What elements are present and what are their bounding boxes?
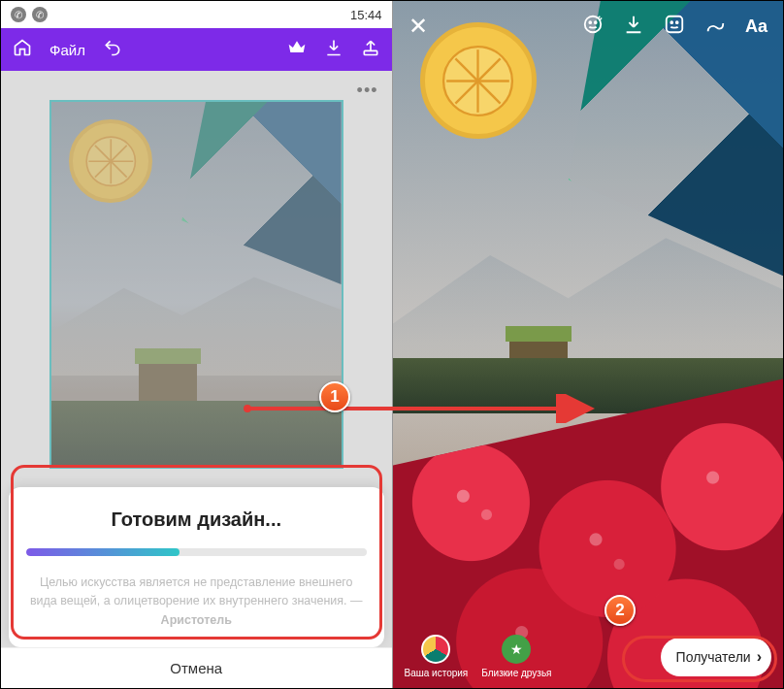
star-icon: ★ bbox=[502, 635, 531, 664]
recipients-button[interactable]: Получатели › bbox=[661, 638, 771, 676]
home-icon[interactable] bbox=[13, 38, 32, 62]
file-menu[interactable]: Файл bbox=[49, 42, 85, 58]
app-toolbar: Файл bbox=[1, 28, 392, 71]
your-story-button[interactable]: Ваша история bbox=[405, 635, 469, 678]
clock: 15:44 bbox=[350, 8, 382, 22]
crown-icon[interactable] bbox=[287, 38, 307, 62]
svg-point-11 bbox=[585, 16, 602, 32]
loading-quote: Целью искусства является не представлени… bbox=[26, 574, 367, 630]
sticker-icon[interactable] bbox=[664, 14, 685, 40]
export-progress-sheet: Готовим дизайн... Целью искусства являет… bbox=[9, 487, 384, 647]
svg-rect-14 bbox=[667, 16, 683, 32]
chevron-right-icon: › bbox=[757, 648, 762, 666]
your-story-avatar bbox=[421, 635, 450, 664]
status-bar: ✆ ✆ 15:44 bbox=[1, 1, 392, 28]
cancel-button[interactable]: Отмена bbox=[1, 647, 392, 688]
text-tool-icon[interactable]: Aa bbox=[745, 16, 768, 37]
download-icon[interactable] bbox=[324, 38, 343, 62]
instagram-story-editor: ✕ Aa Ваша история bbox=[393, 1, 784, 688]
draw-icon[interactable] bbox=[704, 14, 726, 40]
svg-point-12 bbox=[589, 21, 591, 23]
progress-fill bbox=[26, 548, 180, 556]
undo-icon[interactable] bbox=[103, 38, 122, 62]
face-filter-icon[interactable] bbox=[582, 14, 604, 40]
save-icon[interactable] bbox=[623, 14, 644, 40]
progress-bar bbox=[26, 548, 367, 556]
canvas-area: ••• Готовим дизайн... bbox=[1, 71, 392, 688]
canva-app-screen: ✆ ✆ 15:44 Файл bbox=[1, 1, 393, 688]
viber-icon: ✆ bbox=[11, 7, 26, 22]
viber-icon: ✆ bbox=[32, 7, 48, 22]
story-toolbar: ✕ Aa bbox=[393, 1, 784, 51]
share-icon[interactable] bbox=[361, 38, 380, 62]
story-share-row: Ваша история ★ Близкие друзья Получатели… bbox=[393, 635, 784, 678]
status-icons: ✆ ✆ bbox=[11, 7, 48, 22]
svg-rect-0 bbox=[364, 50, 376, 54]
close-friends-button[interactable]: ★ Близкие друзья bbox=[481, 635, 551, 678]
sheet-title: Готовим дизайн... bbox=[26, 509, 367, 531]
close-icon[interactable]: ✕ bbox=[408, 13, 428, 40]
svg-point-16 bbox=[676, 21, 678, 23]
svg-point-15 bbox=[670, 21, 672, 23]
svg-point-13 bbox=[595, 21, 597, 23]
